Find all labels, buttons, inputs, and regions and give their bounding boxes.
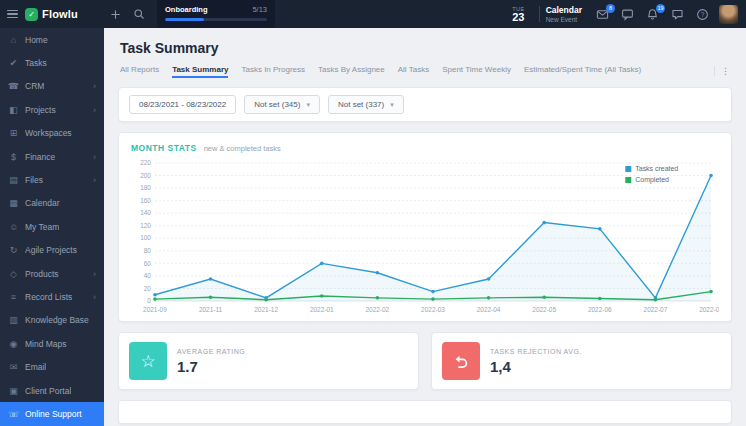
sidebar-item-products[interactable]: ◇Products› (0, 262, 104, 285)
chat-icon (621, 8, 634, 21)
inbox-badge: 8 (606, 4, 615, 13)
filter-dropdown-2-value: Not set (337) (338, 100, 384, 109)
date-range-input[interactable]: 08/23/2021 - 08/23/2022 (129, 95, 236, 114)
sidebar-item-online-support[interactable]: ☏Online Support (0, 402, 104, 425)
page-title: Task Summary (120, 40, 732, 56)
calendar-icon: ▦ (8, 198, 19, 208)
sidebar-item-label: Calendar (25, 198, 60, 208)
chevron-right-icon: › (93, 292, 96, 302)
calendar-quick-sub: New Event (546, 16, 582, 23)
month-stats-card: MONTH STATS new & completed tasks 020406… (118, 132, 732, 322)
filter-dropdown-2[interactable]: Not set (337) ▾ (328, 95, 404, 114)
svg-text:2021-11: 2021-11 (199, 306, 223, 313)
svg-text:20: 20 (144, 285, 152, 292)
onboarding-progress-track (165, 18, 267, 21)
sidebar-item-label: Client Portal (25, 386, 71, 396)
inbox-button[interactable]: 8 (596, 8, 609, 21)
sidebar-item-label: Agile Projects (25, 245, 77, 255)
onboarding-widget[interactable]: Onboarding 5/13 (157, 0, 275, 28)
menu-icon[interactable] (7, 10, 18, 19)
tab-all-tasks[interactable]: All Tasks (398, 65, 429, 77)
average-rating-card: ☆ AVERAGE RATING 1.7 (118, 332, 419, 390)
tab-tasks-in-progress[interactable]: Tasks In Progress (241, 65, 305, 77)
sidebar-item-crm[interactable]: ☎CRM› (0, 75, 104, 98)
svg-text:80: 80 (144, 247, 152, 254)
sidebar-item-projects[interactable]: ◧Projects› (0, 98, 104, 121)
svg-text:2022-08: 2022-08 (699, 306, 719, 313)
sidebar-item-agile-projects[interactable]: ↻Agile Projects (0, 239, 104, 262)
calendar-quick-widget[interactable]: Calendar New Event (546, 5, 582, 23)
svg-text:140: 140 (140, 209, 151, 216)
tab-estimated-spent-time-all-tasks[interactable]: Estimated/Spent Time (All Tasks) (524, 65, 641, 77)
search-button[interactable] (133, 8, 145, 20)
finance-icon: $ (8, 152, 19, 162)
knowledge-icon: ▥ (8, 315, 19, 325)
chevron-right-icon: › (93, 81, 96, 91)
svg-text:2022-06: 2022-06 (588, 306, 612, 313)
sidebar-item-record-lists[interactable]: ≡Record Lists› (0, 285, 104, 308)
team-icon: ☺ (8, 222, 19, 232)
sidebar-item-finance[interactable]: $Finance› (0, 145, 104, 168)
sidebar-item-client-portal[interactable]: ▣Client Portal (0, 379, 104, 402)
products-icon: ◇ (8, 269, 19, 279)
svg-text:100: 100 (140, 234, 151, 241)
sidebar-item-label: Products (25, 269, 59, 279)
sidebar-item-label: Email (25, 362, 46, 372)
svg-text:220: 220 (140, 159, 151, 166)
calendar-quick-title: Calendar (546, 5, 582, 15)
date-widget[interactable]: Tue 23 (512, 6, 525, 23)
svg-text:2022-07: 2022-07 (644, 306, 668, 313)
records-icon: ≡ (8, 292, 19, 302)
sidebar-item-label: Online Support (25, 409, 82, 419)
sidebar-item-label: Knowledge Base (25, 315, 89, 325)
svg-text:0: 0 (147, 297, 151, 304)
chevron-right-icon: › (93, 175, 96, 185)
filter-dropdown-1[interactable]: Not set (345) ▾ (244, 95, 320, 114)
sidebar-item-home[interactable]: ⌂Home (0, 28, 104, 51)
avatar[interactable] (719, 5, 738, 24)
tab-tasks-by-assignee[interactable]: Tasks By Assignee (318, 65, 385, 77)
svg-text:2022-05: 2022-05 (532, 306, 556, 313)
portal-icon: ▣ (8, 386, 19, 396)
sidebar-item-label: Projects (25, 105, 56, 115)
svg-text:180: 180 (140, 184, 151, 191)
help-button[interactable]: ? (696, 8, 709, 21)
chevron-right-icon: › (93, 105, 96, 115)
sidebar-item-tasks[interactable]: ✔Tasks (0, 51, 104, 74)
date-day: 23 (512, 12, 524, 23)
tab-task-summary[interactable]: Task Summary (172, 65, 228, 77)
sidebar-item-workspaces[interactable]: ⊞Workspaces (0, 122, 104, 145)
svg-text:2022-02: 2022-02 (366, 306, 390, 313)
agile-icon: ↻ (8, 245, 19, 255)
tasks-rejection-value: 1,4 (490, 358, 582, 375)
sidebar-item-label: Tasks (25, 58, 47, 68)
sidebar-item-label: My Team (25, 222, 59, 232)
sidebar-item-mind-maps[interactable]: ◉Mind Maps (0, 332, 104, 355)
plus-icon (110, 9, 121, 20)
more-options-icon[interactable]: ⋮ (721, 66, 730, 76)
svg-text:160: 160 (140, 197, 151, 204)
sidebar-item-label: Mind Maps (25, 339, 67, 349)
sidebar: ⌂Home✔Tasks☎CRM›◧Projects›⊞Workspaces$Fi… (0, 28, 104, 426)
sidebar-item-label: Home (25, 35, 48, 45)
tasks-icon: ✔ (8, 58, 19, 68)
sidebar-item-files[interactable]: ▤Files› (0, 168, 104, 191)
sidebar-item-knowledge-base[interactable]: ▥Knowledge Base (0, 309, 104, 332)
flowlu-logo[interactable]: ✓ Flowlu (25, 8, 78, 21)
chart-subtitle: new & completed tasks (204, 144, 281, 153)
add-button[interactable] (110, 9, 121, 20)
sidebar-item-my-team[interactable]: ☺My Team (0, 215, 104, 238)
feedback-button[interactable] (671, 8, 684, 21)
tab-spent-time-weekly[interactable]: Spent Time Weekly (442, 65, 511, 77)
sidebar-item-label: Files (25, 175, 43, 185)
sidebar-item-email[interactable]: ✉Email (0, 355, 104, 378)
chevron-down-icon: ▾ (306, 101, 310, 109)
tab-all-reports[interactable]: All Reports (120, 65, 159, 77)
crm-icon: ☎ (8, 81, 19, 91)
tabs-bar: All ReportsTask SummaryTasks In Progress… (120, 65, 730, 77)
svg-text:200: 200 (140, 172, 151, 179)
sidebar-item-label: Finance (25, 152, 55, 162)
chat-button[interactable] (621, 8, 634, 21)
sidebar-item-calendar[interactable]: ▦Calendar (0, 192, 104, 215)
notifications-button[interactable]: 19 (646, 8, 659, 21)
